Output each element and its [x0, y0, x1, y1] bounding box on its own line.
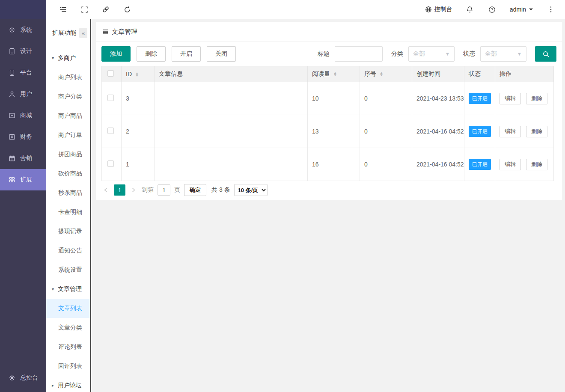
table-row: 1 16 0 2021-04-16 04:52 已开启 编辑 删除	[102, 148, 554, 181]
cell-order: 0	[360, 148, 412, 181]
bell-icon[interactable]	[465, 5, 475, 14]
console-link[interactable]: 控制台	[425, 6, 452, 13]
refresh-icon[interactable]	[122, 5, 132, 14]
status-filter-select[interactable]: 全部 ▼	[480, 46, 526, 62]
menu-item-merchant-category[interactable]: 商户分类	[46, 87, 90, 106]
edit-button[interactable]: 编辑	[500, 159, 521, 170]
sidebar-divider	[90, 19, 91, 392]
user-icon	[9, 91, 15, 98]
menu-item-withdraw-records[interactable]: 提现记录	[46, 222, 90, 241]
page-number-active[interactable]: 1	[114, 184, 125, 196]
open-button[interactable]: 开启	[172, 46, 201, 62]
submenu-title: 扩展功能	[52, 29, 76, 37]
next-page-icon[interactable]	[129, 184, 138, 196]
fullscreen-icon[interactable]	[80, 5, 89, 14]
status-badge[interactable]: 已开启	[469, 126, 491, 137]
category-filter-select[interactable]: 全部 ▼	[408, 46, 455, 62]
page-unit-label: 页	[174, 186, 180, 194]
category-filter-label: 分类	[391, 50, 403, 58]
sidebar-item-mall[interactable]: 商城	[0, 105, 46, 126]
row-delete-button[interactable]: 删除	[526, 93, 547, 104]
select-all-checkbox[interactable]	[107, 70, 114, 77]
status-badge[interactable]: 已开启	[469, 159, 491, 170]
app-logo	[0, 0, 46, 19]
goto-page-input[interactable]	[158, 184, 170, 196]
articles-table: ID▲▼ 文章信息 阅读量▲▼ 序号▲▼ 创建时间 状态 操作 3 10	[101, 66, 554, 181]
menu-item-article-category[interactable]: 文章分类	[46, 318, 90, 337]
goto-confirm-button[interactable]: 确定	[184, 184, 206, 196]
help-icon[interactable]	[488, 5, 497, 14]
menu-item-comment-list[interactable]: 评论列表	[46, 337, 90, 356]
sidebar-item-design[interactable]: 设计	[0, 41, 46, 62]
column-header-order[interactable]: 序号▲▼	[360, 66, 412, 82]
cell-order: 0	[360, 82, 412, 115]
cell-info	[155, 82, 308, 115]
menu-item-merchant-goods[interactable]: 商户商品	[46, 106, 90, 125]
kebab-menu-icon[interactable]	[546, 5, 556, 14]
sidebar-item-label: 平台	[20, 69, 32, 77]
row-checkbox[interactable]	[107, 95, 114, 101]
link-icon[interactable]	[101, 5, 110, 14]
menu-item-article-list[interactable]: 文章列表	[46, 299, 90, 318]
prev-page-icon[interactable]	[101, 184, 110, 196]
menu-item-merchant-orders[interactable]: 商户订单	[46, 125, 90, 145]
menu-fold-icon[interactable]	[58, 5, 68, 14]
title-filter-input[interactable]	[335, 46, 383, 62]
add-button[interactable]: 添加	[101, 46, 131, 62]
row-delete-button[interactable]: 删除	[526, 159, 547, 170]
sidebar-item-label: 用户	[20, 90, 32, 98]
sidebar-item-marketing[interactable]: 营销	[0, 148, 46, 169]
sidebar-item-label: 营销	[20, 154, 32, 162]
menu-group-label: 用户论坛	[58, 382, 82, 389]
chevron-down-icon: ▼	[445, 51, 450, 56]
sidebar-item-label: 财务	[20, 133, 32, 141]
user-menu[interactable]: admin	[510, 6, 533, 13]
list-icon	[102, 29, 109, 35]
column-header-status: 状态	[464, 66, 495, 82]
cell-created: 2021-04-16 04:52	[412, 148, 464, 181]
sidebar-item-platform[interactable]: 平台	[0, 62, 46, 83]
article-management-card: 文章管理 添加 删除 开启 关闭 标题 分类 全部 ▼ 状态 全部 ▼	[96, 22, 562, 200]
menu-item-merchant-list[interactable]: 商户列表	[46, 68, 90, 87]
menu-group-user-forum[interactable]: ▸ 用户论坛	[46, 376, 90, 392]
per-page-select[interactable]: 10 条/页	[234, 184, 268, 196]
search-button[interactable]	[535, 46, 556, 62]
menu-item-system-settings[interactable]: 系统设置	[46, 260, 90, 279]
select-value: 全部	[413, 50, 425, 58]
grid-icon	[9, 176, 15, 183]
search-icon	[542, 50, 550, 58]
sort-icon[interactable]: ▲▼	[135, 72, 139, 77]
pagination: 1 到第 页 确定 共 3 条 10 条/页	[96, 181, 562, 199]
sidebar-item-master-console[interactable]: 总控台	[0, 367, 46, 389]
edit-button[interactable]: 编辑	[500, 93, 521, 104]
sidebar-item-finance[interactable]: 财务	[0, 126, 46, 148]
menu-item-seckill-goods[interactable]: 秒杀商品	[46, 183, 90, 202]
tablet-icon	[9, 48, 15, 55]
row-checkbox[interactable]	[107, 128, 114, 134]
row-checkbox[interactable]	[107, 160, 114, 167]
menu-item-group-goods[interactable]: 拼团商品	[46, 145, 90, 164]
sidebar-item-system[interactable]: 系统	[0, 19, 46, 41]
sidebar-item-extension[interactable]: 扩展	[0, 169, 46, 190]
primary-sidebar: 系统 设计 平台 用户 商城 财务 营销 扩展	[0, 0, 46, 392]
column-header-actions: 操作	[495, 66, 554, 82]
column-header-id[interactable]: ID▲▼	[122, 66, 155, 82]
menu-item-card-detail[interactable]: 卡金明细	[46, 202, 90, 222]
menu-group-multi-merchant[interactable]: ▾ 多商户	[46, 48, 90, 68]
collapse-sidebar-button[interactable]: «	[79, 28, 87, 38]
menu-item-reply-list[interactable]: 回评列表	[46, 356, 90, 376]
menu-item-notice[interactable]: 通知公告	[46, 241, 90, 260]
sort-icon[interactable]: ▲▼	[333, 72, 337, 76]
delete-button[interactable]: 删除	[137, 46, 166, 62]
sort-icon[interactable]: ▲▼	[380, 72, 383, 76]
menu-item-bargain-goods[interactable]: 砍价商品	[46, 164, 90, 183]
edit-button[interactable]: 编辑	[500, 126, 521, 137]
close-button[interactable]: 关闭	[207, 46, 236, 62]
sidebar-item-user[interactable]: 用户	[0, 83, 46, 105]
status-badge[interactable]: 已开启	[469, 93, 491, 104]
row-delete-button[interactable]: 删除	[526, 126, 547, 137]
menu-group-article-management[interactable]: ▾ 文章管理	[46, 279, 90, 299]
column-header-views[interactable]: 阅读量▲▼	[308, 66, 360, 82]
mall-icon	[9, 112, 15, 119]
status-filter-label: 状态	[463, 50, 475, 58]
